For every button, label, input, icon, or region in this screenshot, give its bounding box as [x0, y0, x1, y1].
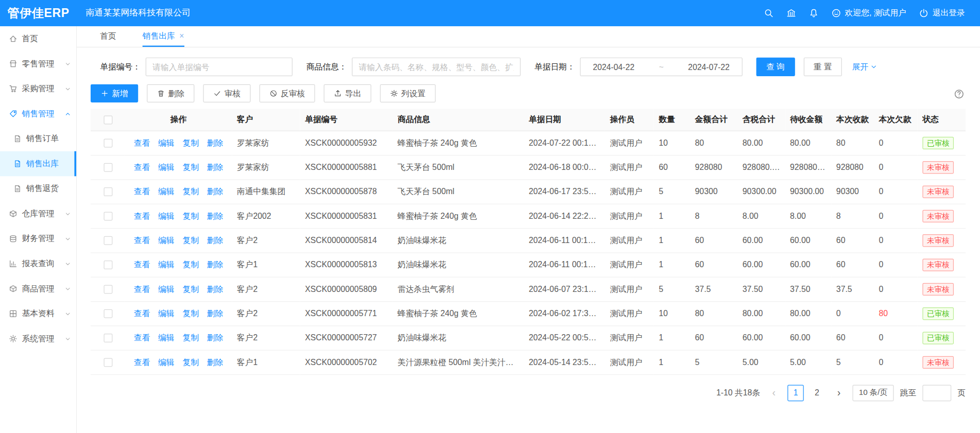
edit-link[interactable]: 编辑: [158, 162, 175, 171]
edit-link[interactable]: 编辑: [158, 186, 175, 196]
delete-button[interactable]: 删除: [147, 84, 194, 102]
bill-no-cell: XSCK00000005771: [300, 301, 393, 325]
view-link[interactable]: 查看: [134, 211, 150, 220]
delete-link[interactable]: 删除: [207, 138, 223, 147]
edit-link[interactable]: 编辑: [158, 284, 175, 293]
tab-sales-outbound[interactable]: 销售出库×: [143, 26, 184, 47]
copy-link[interactable]: 复制: [182, 138, 199, 147]
copy-link[interactable]: 复制: [182, 211, 199, 220]
row-checkbox[interactable]: [104, 285, 112, 294]
sidebar-item-sales-return[interactable]: 销售退货: [0, 176, 76, 201]
sidebar-item-purchase-management[interactable]: 采购管理: [0, 76, 76, 101]
qty-cell: 1: [654, 204, 690, 228]
sidebar-item-sales-order[interactable]: 销售订单: [0, 126, 76, 151]
copy-link[interactable]: 复制: [182, 308, 199, 318]
jump-page-input[interactable]: [922, 385, 951, 401]
plus-icon: [100, 90, 109, 98]
view-link[interactable]: 查看: [134, 138, 150, 147]
sidebar-item-product-management[interactable]: 商品管理: [0, 276, 76, 301]
edit-link[interactable]: 编辑: [158, 357, 175, 367]
delete-link[interactable]: 删除: [207, 162, 223, 171]
product-info-input[interactable]: [352, 58, 521, 76]
bell-icon[interactable]: [809, 8, 818, 18]
next-page-button[interactable]: ›: [831, 385, 846, 401]
add-button[interactable]: 新增: [91, 84, 138, 102]
copy-link[interactable]: 复制: [182, 186, 199, 196]
export-button[interactable]: 导出: [324, 84, 371, 102]
row-checkbox[interactable]: [104, 236, 112, 245]
edit-link[interactable]: 编辑: [158, 333, 175, 342]
date-end-value[interactable]: 2024-07-22: [688, 62, 730, 72]
view-link[interactable]: 查看: [134, 259, 150, 269]
copy-link[interactable]: 复制: [182, 284, 199, 293]
welcome-user[interactable]: 欢迎您, 测试用户: [831, 8, 906, 19]
delete-link[interactable]: 删除: [207, 357, 223, 367]
column-settings-button[interactable]: 列设置: [380, 84, 436, 102]
view-link[interactable]: 查看: [134, 308, 150, 318]
date-start-value[interactable]: 2024-04-22: [593, 62, 634, 72]
sidebar-item-finance-management[interactable]: 财务管理: [0, 226, 76, 251]
sidebar-item-sales-management[interactable]: 销售管理: [0, 101, 76, 127]
copy-link[interactable]: 复制: [182, 357, 199, 367]
row-checkbox[interactable]: [104, 139, 112, 148]
view-link[interactable]: 查看: [134, 284, 150, 293]
row-checkbox[interactable]: [104, 334, 112, 342]
view-link[interactable]: 查看: [134, 333, 150, 342]
edit-link[interactable]: 编辑: [158, 308, 175, 318]
unaudit-button[interactable]: 反审核: [260, 84, 315, 102]
date-cell: 2024-06-07 23:15:13: [524, 277, 605, 301]
sidebar-item-sales-outbound[interactable]: 销售出库: [0, 151, 76, 177]
receivable-cell: 90300.00: [785, 179, 831, 203]
edit-link[interactable]: 编辑: [158, 259, 175, 269]
bill-no-input[interactable]: [146, 58, 293, 76]
logout-button[interactable]: 退出登录: [919, 8, 965, 19]
copy-link[interactable]: 复制: [182, 333, 199, 342]
copy-link[interactable]: 复制: [182, 259, 199, 269]
audit-button[interactable]: 审核: [203, 84, 250, 102]
sidebar-item-report-query[interactable]: 报表查询: [0, 251, 76, 276]
debt-cell: 0: [874, 179, 918, 203]
delete-link[interactable]: 删除: [207, 235, 223, 245]
customer-cell: 罗莱家纺: [232, 155, 300, 179]
sidebar-item-retail-management[interactable]: 零售管理: [0, 51, 76, 77]
prev-page-button[interactable]: ‹: [766, 385, 781, 401]
row-checkbox[interactable]: [104, 163, 112, 172]
view-link[interactable]: 查看: [134, 235, 150, 245]
row-checkbox[interactable]: [104, 309, 112, 318]
page-size-select[interactable]: 10 条/页: [853, 385, 894, 401]
date-range-picker[interactable]: 2024-04-22 ~ 2024-07-22: [580, 58, 743, 76]
view-link[interactable]: 查看: [134, 357, 150, 367]
row-checkbox[interactable]: [104, 358, 112, 367]
sidebar-item-home[interactable]: 首页: [0, 26, 76, 51]
view-link[interactable]: 查看: [134, 186, 150, 196]
sidebar-item-system-management[interactable]: 系统管理: [0, 326, 76, 352]
sidebar-item-basic-data[interactable]: 基本资料: [0, 301, 76, 326]
copy-link[interactable]: 复制: [182, 235, 199, 245]
delete-link[interactable]: 删除: [207, 211, 223, 220]
edit-link[interactable]: 编辑: [158, 235, 175, 245]
delete-link[interactable]: 删除: [207, 186, 223, 196]
search-button[interactable]: 查 询: [757, 58, 795, 76]
edit-link[interactable]: 编辑: [158, 138, 175, 147]
home-icon[interactable]: [786, 8, 796, 18]
close-icon[interactable]: ×: [179, 31, 184, 41]
select-all-checkbox[interactable]: [104, 116, 112, 125]
delete-link[interactable]: 删除: [207, 284, 223, 293]
tab-home[interactable]: 首页: [100, 26, 116, 47]
row-checkbox[interactable]: [104, 261, 112, 269]
row-checkbox[interactable]: [104, 212, 112, 221]
view-link[interactable]: 查看: [134, 162, 150, 171]
row-checkbox[interactable]: [104, 187, 112, 196]
help-icon[interactable]: [954, 89, 965, 99]
delete-link[interactable]: 删除: [207, 333, 223, 342]
page-button-1[interactable]: 1: [787, 385, 804, 401]
delete-link[interactable]: 删除: [207, 259, 223, 269]
copy-link[interactable]: 复制: [182, 162, 199, 171]
search-icon[interactable]: [764, 8, 773, 18]
reset-button[interactable]: 重 置: [803, 58, 842, 76]
page-button-2[interactable]: 2: [809, 385, 826, 401]
sidebar-item-warehouse-management[interactable]: 仓库管理: [0, 201, 76, 227]
delete-link[interactable]: 删除: [207, 308, 223, 318]
edit-link[interactable]: 编辑: [158, 211, 175, 220]
expand-toggle[interactable]: 展开: [852, 61, 878, 73]
